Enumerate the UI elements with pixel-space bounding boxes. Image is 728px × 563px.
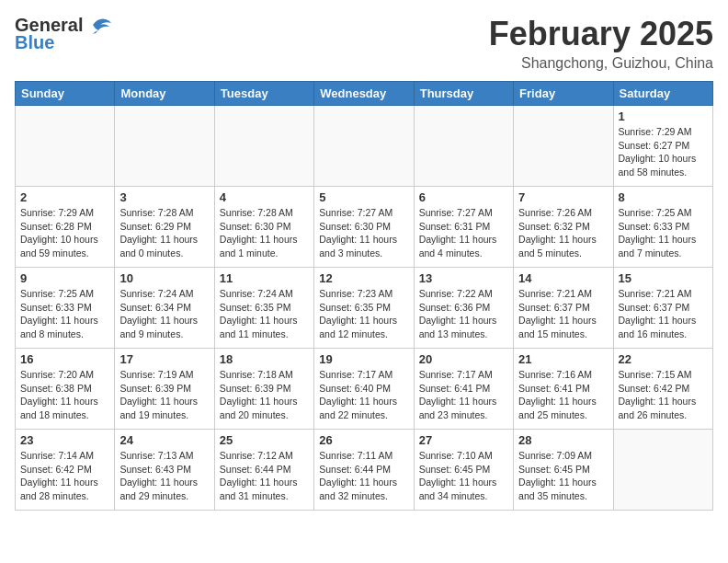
day-info: Sunrise: 7:26 AM Sunset: 6:32 PM Dayligh… [518,206,608,260]
table-row: 26Sunrise: 7:11 AM Sunset: 6:44 PM Dayli… [314,430,414,511]
table-row: 2Sunrise: 7:29 AM Sunset: 6:28 PM Daylig… [16,187,115,268]
day-info: Sunrise: 7:18 AM Sunset: 6:39 PM Dayligh… [220,368,309,422]
table-row: 22Sunrise: 7:15 AM Sunset: 6:42 PM Dayli… [613,349,712,430]
table-row: 18Sunrise: 7:18 AM Sunset: 6:39 PM Dayli… [214,349,313,430]
header-sunday: Sunday [16,82,115,106]
table-row: 6Sunrise: 7:27 AM Sunset: 6:31 PM Daylig… [414,187,513,268]
table-row [115,106,214,187]
day-info: Sunrise: 7:23 AM Sunset: 6:35 PM Dayligh… [319,287,408,341]
table-row: 10Sunrise: 7:24 AM Sunset: 6:34 PM Dayli… [115,268,214,349]
table-row: 27Sunrise: 7:10 AM Sunset: 6:45 PM Dayli… [414,430,513,511]
day-number: 28 [518,433,608,447]
day-number: 18 [220,352,309,366]
table-row [214,106,313,187]
table-row: 8Sunrise: 7:25 AM Sunset: 6:33 PM Daylig… [613,187,712,268]
header-thursday: Thursday [414,82,513,106]
day-number: 10 [119,271,209,285]
day-number: 24 [119,433,209,447]
day-info: Sunrise: 7:29 AM Sunset: 6:27 PM Dayligh… [619,125,708,179]
logo-blue: Blue [15,32,54,53]
table-row: 1Sunrise: 7:29 AM Sunset: 6:27 PM Daylig… [613,106,712,187]
table-row: 7Sunrise: 7:26 AM Sunset: 6:32 PM Daylig… [514,187,613,268]
day-info: Sunrise: 7:17 AM Sunset: 6:40 PM Dayligh… [319,368,408,422]
logo: General Blue [15,15,113,53]
day-info: Sunrise: 7:28 AM Sunset: 6:30 PM Dayligh… [220,206,309,260]
day-number: 22 [619,352,708,366]
day-number: 4 [220,190,309,204]
table-row: 13Sunrise: 7:22 AM Sunset: 6:36 PM Dayli… [414,268,513,349]
day-info: Sunrise: 7:10 AM Sunset: 6:45 PM Dayligh… [419,449,508,503]
header-tuesday: Tuesday [214,82,313,106]
day-number: 20 [419,352,508,366]
table-row: 19Sunrise: 7:17 AM Sunset: 6:40 PM Dayli… [314,349,414,430]
day-info: Sunrise: 7:29 AM Sunset: 6:28 PM Dayligh… [20,206,109,260]
day-number: 13 [419,271,508,285]
table-row: 15Sunrise: 7:21 AM Sunset: 6:37 PM Dayli… [613,268,712,349]
day-number: 26 [319,433,408,447]
table-row [314,106,414,187]
table-row [414,106,513,187]
day-number: 7 [518,190,608,204]
day-number: 3 [119,190,209,204]
day-info: Sunrise: 7:09 AM Sunset: 6:45 PM Dayligh… [518,449,608,503]
day-info: Sunrise: 7:27 AM Sunset: 6:31 PM Dayligh… [419,206,508,260]
header-friday: Friday [514,82,613,106]
header-monday: Monday [115,82,214,106]
day-info: Sunrise: 7:13 AM Sunset: 6:43 PM Dayligh… [119,449,209,503]
table-row: 16Sunrise: 7:20 AM Sunset: 6:38 PM Dayli… [16,349,115,430]
table-row: 11Sunrise: 7:24 AM Sunset: 6:35 PM Dayli… [214,268,313,349]
table-row: 12Sunrise: 7:23 AM Sunset: 6:35 PM Dayli… [314,268,414,349]
table-row: 14Sunrise: 7:21 AM Sunset: 6:37 PM Dayli… [514,268,613,349]
table-row: 25Sunrise: 7:12 AM Sunset: 6:44 PM Dayli… [214,430,313,511]
table-row [16,106,115,187]
day-number: 1 [619,109,708,123]
calendar-week-3: 9Sunrise: 7:25 AM Sunset: 6:33 PM Daylig… [16,268,713,349]
table-row: 21Sunrise: 7:16 AM Sunset: 6:41 PM Dayli… [514,349,613,430]
day-info: Sunrise: 7:15 AM Sunset: 6:42 PM Dayligh… [619,368,708,422]
day-info: Sunrise: 7:12 AM Sunset: 6:44 PM Dayligh… [220,449,309,503]
day-number: 27 [419,433,508,447]
calendar-location: Shangchong, Guizhou, China [489,55,713,72]
table-row: 5Sunrise: 7:27 AM Sunset: 6:30 PM Daylig… [314,187,414,268]
day-number: 2 [20,190,109,204]
day-number: 23 [20,433,109,447]
day-info: Sunrise: 7:20 AM Sunset: 6:38 PM Dayligh… [20,368,109,422]
day-info: Sunrise: 7:22 AM Sunset: 6:36 PM Dayligh… [419,287,508,341]
day-number: 9 [20,271,109,285]
day-info: Sunrise: 7:27 AM Sunset: 6:30 PM Dayligh… [319,206,408,260]
day-number: 15 [619,271,708,285]
day-number: 5 [319,190,408,204]
calendar-title: February 2025 [489,15,713,53]
day-info: Sunrise: 7:21 AM Sunset: 6:37 PM Dayligh… [619,287,708,341]
calendar-week-4: 16Sunrise: 7:20 AM Sunset: 6:38 PM Dayli… [16,349,713,430]
table-row: 24Sunrise: 7:13 AM Sunset: 6:43 PM Dayli… [115,430,214,511]
day-number: 6 [419,190,508,204]
day-number: 17 [119,352,209,366]
day-info: Sunrise: 7:17 AM Sunset: 6:41 PM Dayligh… [419,368,508,422]
day-number: 19 [319,352,408,366]
calendar-header-row: Sunday Monday Tuesday Wednesday Thursday… [16,82,713,106]
day-info: Sunrise: 7:25 AM Sunset: 6:33 PM Dayligh… [619,206,708,260]
header-wednesday: Wednesday [314,82,414,106]
table-row: 3Sunrise: 7:28 AM Sunset: 6:29 PM Daylig… [115,187,214,268]
table-row: 4Sunrise: 7:28 AM Sunset: 6:30 PM Daylig… [214,187,313,268]
page-header: General Blue February 2025 Shangchong, G… [15,15,713,72]
day-info: Sunrise: 7:11 AM Sunset: 6:44 PM Dayligh… [319,449,408,503]
day-info: Sunrise: 7:16 AM Sunset: 6:41 PM Dayligh… [518,368,608,422]
day-info: Sunrise: 7:14 AM Sunset: 6:42 PM Dayligh… [20,449,109,503]
day-number: 16 [20,352,109,366]
table-row: 9Sunrise: 7:25 AM Sunset: 6:33 PM Daylig… [16,268,115,349]
day-number: 25 [220,433,309,447]
day-info: Sunrise: 7:25 AM Sunset: 6:33 PM Dayligh… [20,287,109,341]
calendar-week-5: 23Sunrise: 7:14 AM Sunset: 6:42 PM Dayli… [16,430,713,511]
calendar-week-1: 1Sunrise: 7:29 AM Sunset: 6:27 PM Daylig… [16,106,713,187]
calendar-week-2: 2Sunrise: 7:29 AM Sunset: 6:28 PM Daylig… [16,187,713,268]
title-block: February 2025 Shangchong, Guizhou, China [489,15,713,72]
table-row: 28Sunrise: 7:09 AM Sunset: 6:45 PM Dayli… [514,430,613,511]
logo-bird-icon [85,16,113,36]
day-number: 21 [518,352,608,366]
day-number: 11 [220,271,309,285]
day-info: Sunrise: 7:24 AM Sunset: 6:35 PM Dayligh… [220,287,309,341]
table-row: 17Sunrise: 7:19 AM Sunset: 6:39 PM Dayli… [115,349,214,430]
day-number: 8 [619,190,708,204]
